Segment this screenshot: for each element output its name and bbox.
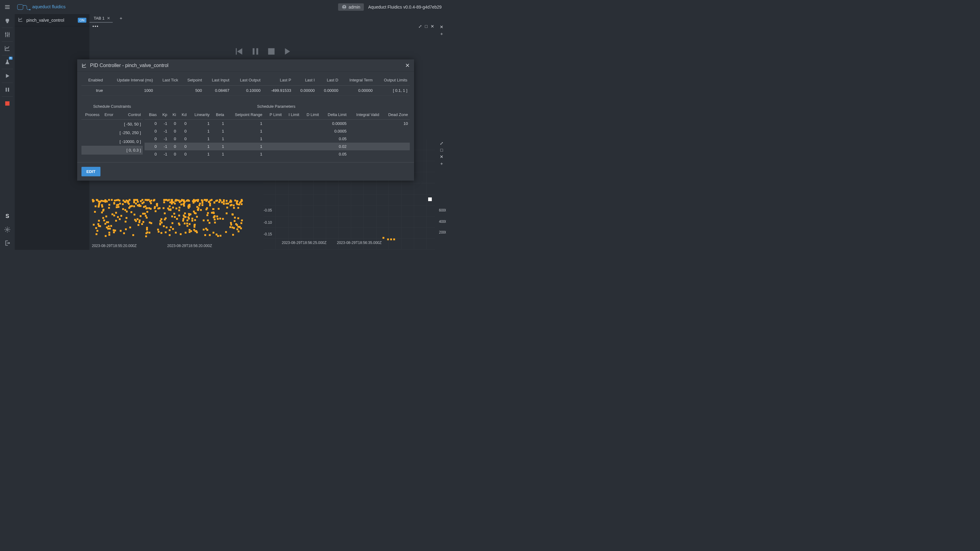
gutter-close-icon[interactable]: ✕ [440,24,444,29]
status-cell: [ 0.1, 1 ] [375,86,410,95]
right-gutter: ✕ ＋ ⤢ □ ✕ ＋ [438,23,446,250]
modal-titlebar: PID Controller - pinch_valve_control ✕ [77,59,414,71]
menu-button[interactable] [0,0,15,14]
left-rail: R S [0,14,15,250]
section-parameters: Schedule Parameters [143,95,410,110]
controller-list-item[interactable]: pinch_valve_control ON [15,14,89,26]
rail-robot-icon[interactable] [0,14,15,27]
svg-rect-16 [268,48,275,55]
status-cell: -499.91533 [263,86,294,95]
gutter-expand-icon[interactable]: ⤢ [440,141,444,146]
brand-logo: aqueduct fluidics [17,3,78,11]
svg-rect-0 [18,5,23,10]
playback-controls [89,46,438,57]
svg-rect-10 [6,88,7,92]
svg-text:aqueduct fluidics: aqueduct fluidics [32,4,65,9]
status-header: Setpoint [181,75,205,86]
panel-collapse-icon[interactable]: ⤢ [418,24,422,29]
svg-point-1 [29,9,30,10]
tab-close-icon[interactable]: ✕ [107,16,110,21]
tab-1[interactable]: TAB 1 ✕ [89,14,113,23]
status-header: Last D [317,75,341,86]
tab-label: TAB 1 [94,16,105,21]
on-badge: ON [78,18,87,23]
status-cell: 500 [181,86,205,95]
gutter-add-icon[interactable]: ＋ [439,31,444,37]
svg-point-12 [6,229,8,230]
modal-close-icon[interactable]: ✕ [405,62,410,69]
svg-rect-11 [8,88,9,92]
rail-flask-icon[interactable]: R [0,56,15,69]
svg-point-7 [5,33,6,34]
status-cell: 0.08467 [205,86,232,95]
panel-close-icon[interactable]: ✕ [431,24,434,29]
svg-rect-15 [256,48,258,55]
status-cell [155,86,180,95]
tab-strip: TAB 1 ✕ ＋ [89,14,446,23]
modal-title: PID Controller - pinch_valve_control [90,63,169,68]
rail-stop-icon[interactable] [0,97,15,110]
svg-rect-6 [6,22,8,23]
rail-play-icon[interactable] [0,69,15,83]
status-header: Last Input [205,75,232,86]
parameters-table: BiasKpKiKdLinearityBetaSetpoint RangeP L… [145,110,410,158]
rail-pause-icon[interactable] [0,83,15,97]
user-icon [342,5,347,10]
user-name: admin [348,5,360,10]
rewind-icon[interactable] [234,46,245,57]
status-cell: true [81,86,105,95]
constraints-table: ProcessErrorControl [ -50, 50 ][ -250, 2… [81,110,143,158]
svg-rect-13 [236,48,237,55]
status-header: Last Output [232,75,263,86]
pid-modal: PID Controller - pinch_valve_control ✕ E… [77,59,414,181]
svg-point-9 [9,33,10,35]
chart-icon [81,63,87,68]
rail-gear-icon[interactable] [0,223,15,236]
panel-header: ••• ⤢ □ ✕ [89,23,438,30]
svg-point-4 [344,6,345,7]
status-header: Last I [294,75,317,86]
play-icon[interactable] [282,46,293,57]
status-header: Integral Term [341,75,375,86]
rail-chart-icon[interactable] [0,41,15,55]
edit-button[interactable]: EDIT [81,167,100,176]
panel-menu-icon[interactable]: ••• [92,24,99,29]
status-header: Last Tick [155,75,180,86]
rail-sliders-icon[interactable] [0,28,15,41]
status-cell: 0.00000 [294,86,317,95]
status-header: Update Interval (ms) [105,75,156,86]
status-cell: 1000 [105,86,156,95]
controller-name: pinch_valve_control [26,18,78,23]
svg-rect-5 [6,19,9,22]
panel-maximize-icon[interactable]: □ [425,24,428,29]
status-header: Last P [263,75,294,86]
pause-icon[interactable] [250,46,261,57]
status-header: Output Limits [375,75,410,86]
svg-rect-14 [253,48,255,55]
stop-icon[interactable] [266,46,277,57]
app-header: aqueduct fluidics admin Aqueduct Fluidic… [0,0,446,14]
status-header: Enabled [81,75,105,86]
status-table: EnabledUpdate Interval (ms)Last TickSetp… [81,75,410,95]
status-cell: 0.10000 [232,86,263,95]
rail-logout-icon[interactable] [0,236,15,250]
section-constraints: Schedule Constraints [81,95,143,110]
gutter-max-icon[interactable]: □ [441,148,443,152]
chart-left: -0.05 -0.10 -0.15 2023-08-29T18:55:20.00… [92,199,257,248]
status-cell: 0.00000 [317,86,341,95]
rail-s-icon[interactable]: S [0,210,15,223]
user-chip[interactable]: admin [338,3,364,11]
version-label: Aqueduct Fluidics v0.0.4-89-g4d7eb29 [368,5,442,10]
svg-point-8 [7,35,8,36]
status-cell: 0.00000 [341,86,375,95]
chart-icon [18,17,23,23]
tab-add-icon[interactable]: ＋ [119,16,123,21]
